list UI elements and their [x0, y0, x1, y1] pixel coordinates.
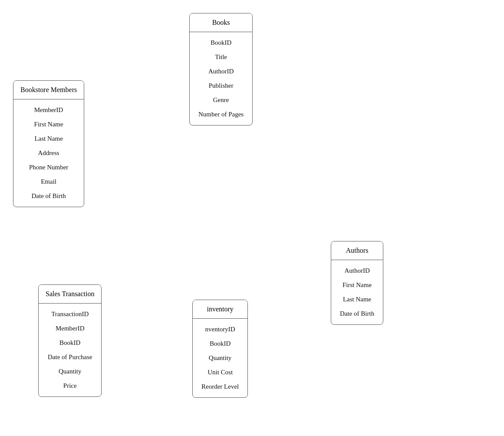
entity-field: Last Name: [13, 132, 84, 146]
entity-field: Publisher: [190, 79, 252, 93]
entity-field: AuthorID: [331, 264, 383, 278]
entity-field: Date of Purchase: [39, 350, 101, 364]
entity-field: First Name: [331, 278, 383, 292]
entity-field: MemberID: [39, 321, 101, 336]
entity-field: TransactionID: [39, 307, 101, 321]
entity-fields-authors: AuthorIDFirst NameLast NameDate of Birth: [331, 260, 383, 324]
entity-table-authors: AuthorsAuthorIDFirst NameLast NameDate o…: [331, 241, 383, 325]
entity-title-bookstore_members: Bookstore Members: [13, 81, 84, 99]
entity-field: Date of Birth: [13, 189, 84, 203]
entity-field: Price: [39, 379, 101, 393]
entity-field: Address: [13, 146, 84, 160]
entity-table-books: BooksBookIDTitleAuthorIDPublisherGenreNu…: [189, 13, 253, 126]
entity-field: Email: [13, 175, 84, 189]
entity-field: Unit Cost: [193, 365, 247, 380]
entity-field: Last Name: [331, 292, 383, 307]
entity-fields-sales_transaction: TransactionIDMemberIDBookIDDate of Purch…: [39, 304, 101, 396]
entity-title-books: Books: [190, 13, 252, 32]
entity-field: Quantity: [39, 364, 101, 379]
entity-field: nventoryID: [193, 322, 247, 337]
entity-title-sales_transaction: Sales Transaction: [39, 285, 101, 304]
entity-field: AuthorID: [190, 64, 252, 79]
entity-field: Title: [190, 50, 252, 64]
entity-field: MemberID: [13, 103, 84, 117]
entity-field: BookID: [39, 336, 101, 350]
entity-field: Reorder Level: [193, 380, 247, 394]
entity-field: Number of Pages: [190, 107, 252, 122]
entity-field: Quantity: [193, 351, 247, 365]
entity-table-inventory: inventorynventoryIDBookIDQuantityUnit Co…: [192, 300, 248, 398]
entity-table-sales_transaction: Sales TransactionTransactionIDMemberIDBo…: [38, 284, 102, 397]
entity-field: Phone Number: [13, 160, 84, 175]
entity-field: BookID: [193, 337, 247, 351]
entity-fields-bookstore_members: MemberIDFirst NameLast NameAddressPhone …: [13, 99, 84, 207]
entity-fields-books: BookIDTitleAuthorIDPublisherGenreNumber …: [190, 32, 252, 125]
entity-field: Date of Birth: [331, 307, 383, 321]
entity-fields-inventory: nventoryIDBookIDQuantityUnit CostReorder…: [193, 319, 247, 397]
entity-field: BookID: [190, 36, 252, 50]
entity-title-inventory: inventory: [193, 300, 247, 319]
entity-title-authors: Authors: [331, 241, 383, 260]
entity-table-bookstore_members: Bookstore MembersMemberIDFirst NameLast …: [13, 80, 84, 207]
diagram-container: BooksBookIDTitleAuthorIDPublisherGenreNu…: [0, 0, 504, 436]
entity-field: Genre: [190, 93, 252, 107]
entity-field: First Name: [13, 117, 84, 132]
